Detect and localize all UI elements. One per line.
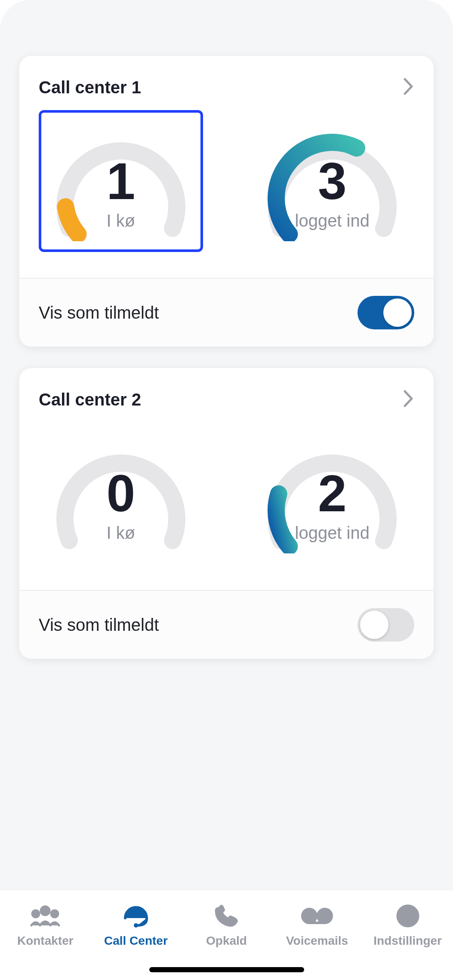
gauge-svg: 0 I kø [48, 433, 194, 553]
gauge-svg: 1 I kø [48, 121, 194, 241]
gauges-row: 1 I kø 3 logget ind [19, 101, 434, 278]
svg-point-5 [318, 909, 332, 923]
card-header[interactable]: Call center 1 [19, 56, 434, 101]
tab-settings[interactable]: Indstillinger [362, 903, 453, 948]
svg-point-2 [51, 910, 58, 917]
card-header[interactable]: Call center 2 [19, 368, 434, 414]
gauge-loggedin[interactable]: 3 logget ind [250, 110, 415, 252]
gauge-label: I kø [48, 211, 194, 230]
gauge-loggedin[interactable]: 2 logget ind [250, 422, 415, 564]
headset-icon [119, 903, 153, 929]
tab-calls[interactable]: Opkald [181, 903, 272, 948]
gauge-label: I kø [48, 523, 194, 543]
show-as-enrolled-label: Vis som tilmeldt [39, 303, 159, 323]
gauge-value: 1 [48, 155, 194, 207]
gauge-queue[interactable]: 0 I kø [39, 422, 203, 564]
tab-label: Call Center [104, 934, 168, 948]
phone-icon [209, 903, 243, 929]
device-frame: Call center 1 1 [0, 0, 453, 980]
tab-label: Indstillinger [373, 934, 442, 948]
gauge-value: 0 [48, 467, 194, 519]
home-indicator[interactable] [149, 967, 304, 972]
call-center-card: Call center 2 0 [19, 368, 434, 659]
contacts-icon [28, 903, 62, 929]
tab-call-center[interactable]: Call Center [91, 903, 182, 948]
svg-point-3 [134, 923, 138, 928]
voicemail-icon [300, 903, 334, 929]
card-footer: Vis som tilmeldt [19, 278, 434, 347]
svg-point-8 [404, 910, 411, 917]
main-content: Call center 1 1 [0, 0, 453, 890]
chevron-right-icon[interactable] [403, 77, 414, 97]
gauge-queue[interactable]: 1 I kø [39, 110, 203, 252]
card-footer: Vis som tilmeldt [19, 590, 434, 659]
gauge-svg: 2 logget ind [259, 433, 405, 553]
gauges-row: 0 I kø 2 logget ind [19, 414, 434, 590]
tab-label: Kontakter [17, 934, 74, 948]
show-as-enrolled-label: Vis som tilmeldt [39, 615, 159, 635]
chevron-right-icon[interactable] [403, 390, 414, 409]
gauge-value: 3 [259, 155, 405, 207]
user-circle-icon [391, 903, 425, 929]
card-title: Call center 2 [39, 390, 141, 409]
show-as-enrolled-toggle[interactable] [357, 296, 414, 329]
gauge-label: logget ind [259, 211, 405, 230]
gauge-value: 2 [259, 467, 405, 519]
tab-label: Voicemails [286, 934, 348, 948]
svg-point-1 [32, 910, 39, 917]
card-title: Call center 1 [39, 78, 141, 97]
tab-label: Opkald [206, 934, 247, 948]
gauge-svg: 3 logget ind [259, 121, 405, 241]
tab-contacts[interactable]: Kontakter [0, 903, 91, 948]
show-as-enrolled-toggle[interactable] [357, 608, 414, 642]
svg-point-0 [41, 906, 49, 915]
tab-voicemails[interactable]: Voicemails [272, 903, 363, 948]
svg-point-4 [302, 909, 316, 923]
gauge-label: logget ind [259, 523, 405, 543]
tab-bar: Kontakter Call Center Opkald [0, 890, 453, 980]
call-center-card: Call center 1 1 [19, 56, 434, 347]
